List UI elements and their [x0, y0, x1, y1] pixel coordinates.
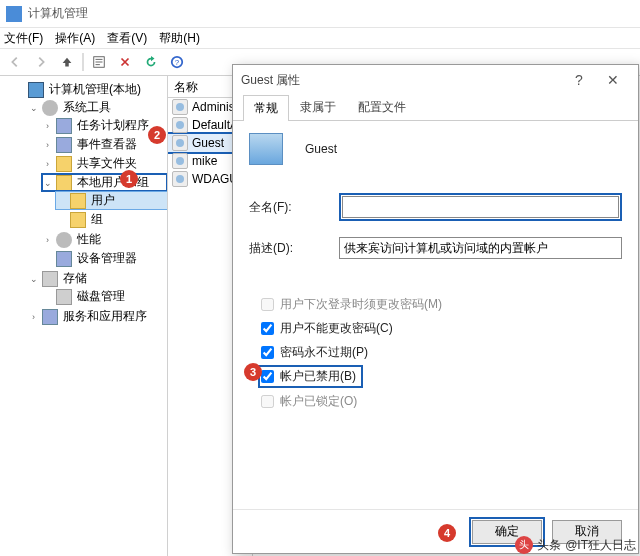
- task-icon: [56, 118, 72, 134]
- nav-up-button[interactable]: [56, 52, 78, 72]
- properties-button[interactable]: [88, 52, 110, 72]
- service-icon: [42, 309, 58, 325]
- checkbox-neverexpires-label: 密码永不过期(P): [280, 344, 368, 361]
- tree-devmgr-label: 设备管理器: [75, 250, 139, 267]
- expander-icon[interactable]: ⌄: [42, 177, 53, 188]
- tools-icon: [42, 100, 58, 116]
- tree-groups[interactable]: 组: [56, 211, 167, 228]
- tree-perf-label: 性能: [75, 231, 103, 248]
- checkbox-locked-label: 帐户已锁定(O): [280, 393, 357, 410]
- tree-event-label: 事件查看器: [75, 136, 139, 153]
- window-title: 计算机管理: [28, 5, 88, 22]
- watermark-icon: 头: [515, 536, 533, 554]
- tree-systools-label: 系统工具: [61, 99, 113, 116]
- tree-shared[interactable]: ›共享文件夹: [42, 155, 167, 172]
- menu-file[interactable]: 文件(F): [4, 30, 43, 47]
- tree-systools[interactable]: ⌄系统工具: [28, 99, 167, 116]
- checkbox-disabled[interactable]: 帐户已禁用(B): [261, 368, 360, 385]
- help-button[interactable]: ?: [166, 52, 188, 72]
- delete-button[interactable]: [114, 52, 136, 72]
- tab-general[interactable]: 常规: [243, 95, 289, 121]
- expander-icon[interactable]: ›: [42, 139, 53, 150]
- tree-storage[interactable]: ⌄存储: [28, 270, 167, 287]
- tree-diskmgr-label: 磁盘管理: [75, 288, 127, 305]
- checkbox-locked-input: [261, 395, 274, 408]
- dialog-close-button[interactable]: ✕: [596, 68, 630, 92]
- label-fullname: 全名(F):: [249, 199, 339, 216]
- expander-icon[interactable]: ›: [42, 158, 53, 169]
- menu-bar: 文件(F) 操作(A) 查看(V) 帮助(H): [0, 28, 640, 48]
- expander-icon[interactable]: ⌄: [28, 273, 39, 284]
- folder-icon: [70, 193, 86, 209]
- checkbox-mustchange-input: [261, 298, 274, 311]
- expander-icon[interactable]: ›: [42, 234, 53, 245]
- tree-groups-label: 组: [89, 211, 105, 228]
- checkbox-cannotchange-input[interactable]: [261, 322, 274, 335]
- user-icon: [172, 117, 188, 133]
- tab-memberof[interactable]: 隶属于: [289, 94, 347, 120]
- tree-devmgr[interactable]: 设备管理器: [42, 250, 167, 267]
- disk-icon: [56, 289, 72, 305]
- checkbox-locked: 帐户已锁定(O): [261, 393, 622, 410]
- dialog-username: Guest: [305, 142, 337, 156]
- nav-fwd-button: [30, 52, 52, 72]
- expander-icon[interactable]: [14, 84, 25, 95]
- tree-task-label: 任务计划程序: [75, 117, 151, 134]
- dialog-titlebar[interactable]: Guest 属性 ? ✕: [233, 65, 638, 95]
- annotation-badge-1: 1: [120, 170, 138, 188]
- tree-svcapp[interactable]: ›服务和应用程序: [28, 308, 167, 325]
- refresh-button[interactable]: [140, 52, 162, 72]
- menu-help[interactable]: 帮助(H): [159, 30, 200, 47]
- label-description: 描述(D):: [249, 240, 339, 257]
- app-icon: [6, 6, 22, 22]
- folder-icon: [56, 156, 72, 172]
- perf-icon: [56, 232, 72, 248]
- annotation-badge-3: 3: [244, 363, 262, 381]
- device-icon: [56, 251, 72, 267]
- dialog-title: Guest 属性: [241, 72, 300, 89]
- user-icon: [172, 153, 188, 169]
- tab-profile[interactable]: 配置文件: [347, 94, 417, 120]
- annotation-badge-2: 2: [148, 126, 166, 144]
- list-item-label: Guest: [192, 136, 224, 150]
- field-fullname: 全名(F):: [249, 193, 622, 221]
- user-icon: [172, 99, 188, 115]
- tree-lusr[interactable]: ⌄本地用户和组: [42, 174, 167, 191]
- checkbox-cannotchange-label: 用户不能更改密码(C): [280, 320, 393, 337]
- computer-icon: [28, 82, 44, 98]
- checkbox-mustchange-label: 用户下次登录时须更改密码(M): [280, 296, 442, 313]
- field-description: 描述(D):: [249, 237, 622, 259]
- watermark-label2: @IT狂人日志: [565, 537, 636, 554]
- user-large-icon: [249, 133, 283, 165]
- tree-users[interactable]: 用户: [56, 192, 167, 209]
- watermark-label1: 头条: [537, 537, 561, 554]
- tree-svcapp-label: 服务和应用程序: [61, 308, 149, 325]
- storage-icon: [42, 271, 58, 287]
- event-icon: [56, 137, 72, 153]
- checkbox-cannotchange[interactable]: 用户不能更改密码(C): [261, 320, 622, 337]
- menu-action[interactable]: 操作(A): [55, 30, 95, 47]
- input-fullname[interactable]: [342, 196, 619, 218]
- tree-root[interactable]: 计算机管理(本地): [14, 81, 167, 98]
- tree-root-label: 计算机管理(本地): [47, 81, 143, 98]
- tree-storage-label: 存储: [61, 270, 89, 287]
- tree-pane[interactable]: 计算机管理(本地) ⌄系统工具 ›任务计划程序 ›事件查看器 ›共享文件夹 ⌄本…: [0, 76, 168, 556]
- input-description[interactable]: [339, 237, 622, 259]
- tree-lusr-label: 本地用户和组: [75, 174, 151, 191]
- checkbox-neverexpires-input[interactable]: [261, 346, 274, 359]
- expander-icon[interactable]: ›: [28, 311, 39, 322]
- folder-icon: [56, 175, 72, 191]
- checkbox-disabled-input[interactable]: [261, 370, 274, 383]
- tree-diskmgr[interactable]: 磁盘管理: [42, 288, 167, 305]
- user-icon: [172, 171, 188, 187]
- window-titlebar: 计算机管理: [0, 0, 640, 28]
- watermark: 头 头条 @IT狂人日志: [515, 536, 636, 554]
- menu-view[interactable]: 查看(V): [107, 30, 147, 47]
- expander-icon[interactable]: ›: [42, 120, 53, 131]
- dialog-help-button[interactable]: ?: [562, 68, 596, 92]
- checkbox-neverexpires[interactable]: 密码永不过期(P): [261, 344, 622, 361]
- annotation-badge-4: 4: [438, 524, 456, 542]
- expander-icon[interactable]: ⌄: [28, 102, 39, 113]
- tree-perf[interactable]: ›性能: [42, 231, 167, 248]
- folder-icon: [70, 212, 86, 228]
